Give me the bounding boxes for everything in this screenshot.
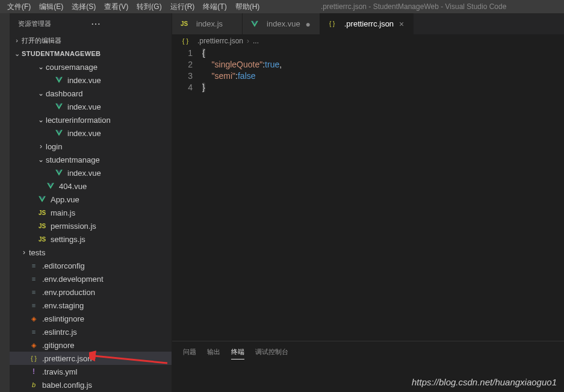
menu-run[interactable]: 运行(R) [167,1,199,13]
menubar: 文件(F) 编辑(E) 选择(S) 查看(V) 转到(G) 运行(R) 终端(T… [0,1,263,13]
tree-label: App.vue [51,195,79,204]
folder-item[interactable]: ›login [10,140,172,153]
file-item[interactable]: ◈.gitignore [10,338,172,352]
chevron-down-icon: ⌄ [36,155,46,164]
file-item[interactable]: ≡.eslintrc.js [10,325,172,338]
tree-label: lecturerinformation [46,116,111,125]
git-icon: ◈ [29,314,39,323]
vue-icon [250,19,259,29]
tab-label: .prettierrc.json [344,19,394,28]
file-item[interactable]: index.vue [10,166,172,179]
tree-label: dashboard [46,89,82,98]
breadcrumb-file: .prettierrc.json [197,37,243,45]
tree-label: 404.vue [59,182,87,191]
vue-icon [54,102,64,111]
tree-label: tests [29,248,45,257]
conf-icon: ≡ [29,274,39,284]
breadcrumb-rest: ... [253,37,259,45]
js-icon: JS [179,19,189,29]
close-icon[interactable]: × [397,19,406,29]
chevron-down-icon: ⌄ [36,116,46,124]
folder-item[interactable]: ›tests [10,246,172,259]
tree-label: index.vue [67,129,101,138]
more-icon[interactable]: ⋯ [91,18,164,30]
tree-label: coursemanage [46,63,98,72]
chevron-down-icon: ⌄ [36,63,46,71]
editor-tabs: JSindex.jsindex.vue●{ }.prettierrc.json× [172,13,564,34]
git-icon: ◈ [29,340,39,350]
conf-icon: ≡ [29,261,39,270]
chevron-down-icon: ⌄ [36,89,46,98]
file-item[interactable]: JSpermission.js [10,219,172,232]
file-item[interactable]: bbabel.config.js [10,378,172,391]
file-item[interactable]: JSmain.js [10,206,172,219]
chevron-right-icon: › [36,142,46,151]
section-open-editors[interactable]: › 打开的编辑器 [10,34,172,47]
editor-tab[interactable]: JSindex.js [172,13,243,34]
file-item[interactable]: !.travis.yml [10,365,172,378]
file-item[interactable]: ≡.env.staging [10,299,172,312]
tree-label: .eslintignore [42,314,84,323]
file-item[interactable]: index.vue [10,73,172,87]
file-item[interactable]: ≡.env.development [10,272,172,285]
bottom-panel: 问题 输出 终端 调试控制台 [172,341,564,392]
json-icon: { } [29,353,39,363]
tab-label: index.js [196,19,223,28]
menu-file[interactable]: 文件(F) [4,1,34,13]
tree-label: .gitignore [42,341,74,350]
tree-label: babel.config.js [42,381,92,390]
folder-item[interactable]: ⌄dashboard [10,87,172,100]
menu-terminal[interactable]: 终端(T) [199,1,230,13]
file-item[interactable]: ≡.env.production [10,285,172,299]
tree-label: login [46,142,62,151]
conf-icon: ≡ [29,300,39,310]
panel-tab-terminal[interactable]: 终端 [231,345,244,359]
panel-tab-debug[interactable]: 调试控制台 [255,345,288,359]
file-item[interactable]: 404.vue [10,179,172,193]
file-item[interactable]: index.vue [10,100,172,113]
sidebar: 资源管理器 ⋯ › 打开的编辑器 ⌄ STUDENTMANAGEWEB ⌄cou… [10,13,172,392]
editor-content[interactable]: { "singleQuote":true, "semi":false } [202,48,564,341]
file-item[interactable]: { }.prettierrc.json [10,352,172,365]
tree-label: .travis.yml [42,367,78,376]
section-label: 打开的编辑器 [22,36,61,45]
editor-tab[interactable]: index.vue● [243,13,320,34]
file-item[interactable]: ◈.eslintignore [10,312,172,325]
tree-label: .prettierrc.json [42,354,91,363]
conf-icon: ≡ [29,287,39,297]
tree-label: studentmanage [46,155,100,164]
menu-go[interactable]: 转到(G) [133,1,165,13]
vue-icon [46,181,55,191]
section-project[interactable]: ⌄ STUDENTMANAGEWEB [10,47,172,60]
breadcrumb[interactable]: { } .prettierrc.json › ... [172,34,564,48]
menu-help[interactable]: 帮助(H) [232,1,264,13]
menu-select[interactable]: 选择(S) [68,1,99,13]
tab-label: index.vue [267,19,300,28]
tree-label: .env.production [42,288,95,297]
json-icon: { } [181,36,190,46]
tree-label: index.vue [67,76,101,85]
file-item[interactable]: index.vue [10,126,172,140]
menu-view[interactable]: 查看(V) [101,1,132,13]
chevron-down-icon: ⌄ [12,50,22,58]
js-icon: JS [37,234,47,244]
dirty-dot-icon[interactable]: ● [304,19,312,29]
editor-tab[interactable]: { }.prettierrc.json× [320,13,414,34]
folder-item[interactable]: ⌄coursemanage [10,60,172,73]
vue-icon [54,75,64,85]
folder-item[interactable]: ⌄lecturerinformation [10,113,172,126]
menu-edit[interactable]: 编辑(E) [36,1,67,13]
file-item[interactable]: App.vue [10,193,172,206]
tree-label: .env.staging [42,301,84,310]
activity-bar [0,13,10,392]
tree-label: permission.js [51,222,96,231]
file-item[interactable]: JSsettings.js [10,232,172,246]
babel-icon: b [29,380,39,390]
panel-tab-output[interactable]: 输出 [207,345,220,359]
tree-label: .editorconfig [42,261,85,270]
file-item[interactable]: ≡.editorconfig [10,259,172,272]
sidebar-title: 资源管理器 [18,19,91,28]
folder-item[interactable]: ⌄studentmanage [10,153,172,166]
vue-icon [37,194,47,204]
panel-tab-problems[interactable]: 问题 [183,345,196,359]
